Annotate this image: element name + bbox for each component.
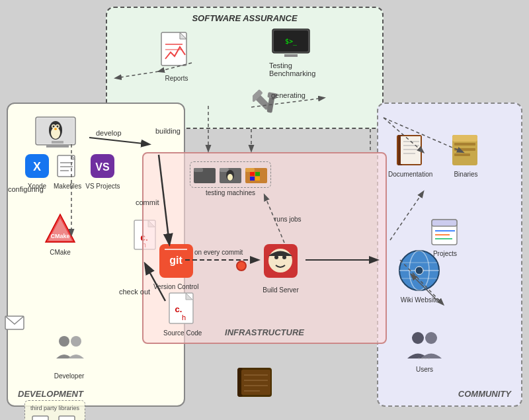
qt-icon: Qt	[32, 414, 52, 420]
svg-rect-85	[255, 172, 260, 176]
svg-rect-77	[194, 168, 203, 172]
vtk-icon: VTK	[58, 414, 78, 420]
email-icon	[5, 315, 24, 333]
svg-text:git: git	[169, 255, 183, 266]
vs-projects-icon: VS VS Projects	[85, 153, 120, 190]
cmake-label: CMake	[44, 249, 76, 256]
svg-rect-58	[452, 135, 477, 142]
svg-text:X: X	[33, 160, 41, 173]
makefiles-icon: Makefiles	[54, 153, 81, 190]
users-label: Users	[405, 366, 444, 373]
developer-monitor-icon	[34, 116, 81, 157]
cmake-icon: CMake CMake	[44, 213, 76, 256]
reports-label: Reports	[160, 75, 193, 82]
build-server-label: Build Server	[263, 286, 299, 294]
binaries-label: Binaries	[451, 171, 481, 178]
svg-rect-87	[255, 177, 260, 181]
main-container: SOFTWARE ASSURANCE $>_ TestingBenchmarki…	[0, 0, 529, 420]
svg-rect-21	[52, 141, 63, 144]
version-control-icon: git Version Control	[153, 243, 198, 290]
svg-rect-3	[284, 54, 298, 57]
testing-label: TestingBenchmarking	[269, 62, 315, 77]
svg-point-67	[415, 267, 423, 274]
source-code-icon: c. h Source Code	[163, 292, 202, 337]
svg-rect-46	[59, 416, 75, 420]
infrastructure-box: INFRASTRUCTURE	[142, 152, 387, 344]
infrastructure-label: INFRASTRUCTURE	[225, 327, 304, 337]
community-label: COMMUNITY	[458, 389, 511, 399]
testing-machines-group: testing machines	[190, 161, 271, 196]
svg-rect-59	[454, 143, 475, 146]
svg-text:c.: c.	[175, 304, 183, 314]
svg-rect-83	[245, 168, 255, 172]
xcode-icon: X Xcode	[24, 153, 50, 190]
svg-rect-22	[46, 145, 69, 147]
vs-label: VS Projects	[85, 183, 120, 190]
developer-label: Developer	[51, 372, 87, 380]
wiki-website-label: Wiki Website	[398, 296, 441, 304]
xcode-label: Xcode	[24, 183, 50, 190]
svg-point-39	[59, 336, 69, 347]
bottom-book-icon	[235, 364, 274, 403]
development-label: DEVELOPMENT	[18, 389, 83, 399]
binaries-icon: Binaries	[451, 134, 481, 178]
third-party-box: third party libraries Qt	[24, 400, 85, 420]
svg-rect-86	[250, 177, 255, 181]
ide-icons-row: X Xcode Makefiles VS	[24, 153, 120, 190]
third-party-label: third party libraries	[30, 405, 79, 411]
svg-rect-84	[250, 172, 255, 176]
projects-label: Projects	[431, 250, 459, 257]
build-server-icon: Build Server	[263, 243, 299, 294]
software-assurance-label: SOFTWARE ASSURANCE	[192, 13, 297, 23]
tools-icon	[253, 81, 289, 120]
testing-benchmarking-icon: $>_ TestingBenchmarking	[266, 28, 315, 77]
developer-icon: Developer	[51, 332, 87, 380]
svg-point-40	[71, 336, 81, 347]
svg-point-18	[53, 126, 55, 128]
makefiles-label: Makefiles	[54, 183, 81, 190]
source-code-label: Source Code	[163, 329, 202, 337]
svg-rect-42	[32, 416, 48, 420]
svg-point-68	[412, 332, 424, 344]
svg-rect-60	[454, 148, 475, 151]
svg-text:$>_: $>_	[285, 38, 298, 46]
testing-machines-label: testing machines	[190, 189, 271, 196]
svg-rect-61	[454, 153, 470, 156]
users-icon: Users	[405, 329, 444, 373]
svg-rect-52	[401, 136, 421, 164]
version-control-label: Version Control	[153, 283, 198, 290]
svg-point-81	[227, 174, 233, 181]
svg-text:h: h	[182, 314, 186, 321]
svg-text:VS: VS	[96, 161, 110, 173]
documentation-icon: Documentation	[388, 134, 432, 178]
svg-rect-11	[267, 92, 277, 99]
commit-dot	[236, 261, 247, 271]
svg-point-19	[57, 126, 59, 128]
wiki-website-icon: Wiki Website	[398, 249, 441, 304]
svg-text:CMake: CMake	[50, 233, 69, 239]
svg-rect-79	[220, 168, 229, 172]
svg-point-69	[425, 332, 437, 344]
projects-icon: Projects	[431, 216, 459, 257]
svg-rect-72	[432, 220, 457, 226]
documentation-label: Documentation	[388, 171, 432, 178]
reports-icon: Reports	[160, 31, 193, 82]
community-box: COMMUNITY Documentation	[377, 103, 522, 407]
svg-point-20	[54, 128, 57, 130]
